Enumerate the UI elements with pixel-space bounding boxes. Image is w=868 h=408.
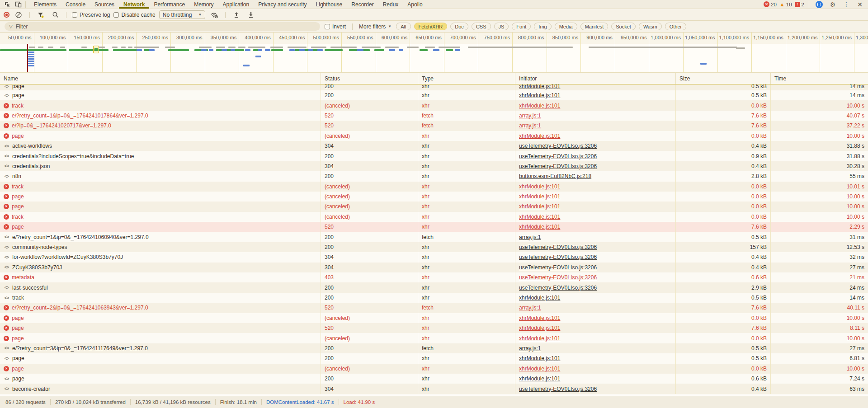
settings-gear-icon[interactable]: ⚙ (827, 0, 838, 9)
tab-apollo[interactable]: Apollo (403, 0, 427, 9)
filter-chip-other[interactable]: Other (665, 23, 687, 30)
initiator-link[interactable]: xhrModule.js:101 (519, 203, 560, 210)
initiator-link[interactable]: xhrModule.js:101 (519, 84, 560, 89)
network-overview-pane[interactable] (0, 44, 868, 73)
filter-chip-js[interactable]: JS (494, 23, 509, 30)
request-name-cell[interactable]: <>page (0, 90, 321, 100)
initiator-link[interactable]: useTelemetry-EOV0LIso.js:3206 (519, 264, 597, 271)
request-name-cell[interactable]: ✕page (0, 313, 321, 323)
filter-chip-img[interactable]: Img (534, 23, 551, 30)
tab-recorder[interactable]: Recorder (347, 0, 378, 9)
network-request-row[interactable]: ✕page(canceled)xhrxhrModule.js:1010.0 kB… (0, 202, 868, 211)
initiator-link[interactable]: buttons.esm-Euf82NbC.js:218 (519, 173, 591, 179)
request-name-cell[interactable]: ✕e/?ip=0&_=1764241020717&ver=1.297.0 (0, 121, 321, 131)
initiator-link[interactable]: xhrModule.js:101 (519, 325, 560, 331)
extension-icon[interactable] (814, 0, 825, 9)
network-request-row[interactable]: ✕track(canceled)xhrxhrModule.js:1010.0 k… (0, 212, 868, 222)
network-request-row[interactable]: ✕track(canceled)xhrxhrModule.js:1010.0 k… (0, 182, 868, 192)
initiator-link[interactable]: useTelemetry-EOV0LIso.js:3206 (519, 254, 597, 260)
network-request-row[interactable]: <>community-node-types200xhruseTelemetry… (0, 242, 868, 252)
network-request-row[interactable]: <>e/?retry_count=3&ip=0&_=1764241117649&… (0, 343, 868, 353)
network-request-row[interactable]: ✕metadata403xhruseTelemetry-EOV0LIso.js:… (0, 272, 868, 282)
initiator-link[interactable]: useTelemetry-EOV0LIso.js:3206 (519, 163, 597, 169)
filter-chip-manifest[interactable]: Manifest (580, 23, 609, 30)
request-name-cell[interactable]: ✕page (0, 364, 321, 374)
request-name-cell[interactable]: <>last-successful (0, 282, 321, 292)
network-request-row[interactable]: <>page200xhrxhrModule.js:1010.5 kB14 ms (0, 84, 868, 90)
filter-funnel-icon[interactable] (35, 9, 46, 20)
column-header-name[interactable]: Name (0, 73, 321, 84)
filter-chip-all[interactable]: All (396, 23, 410, 30)
filter-chip-css[interactable]: CSS (472, 23, 491, 30)
initiator-link[interactable]: array.js:1 (519, 345, 541, 352)
request-name-cell[interactable]: <>credentials?includeScopes=true&include… (0, 151, 321, 161)
network-request-row[interactable]: <>active-workflows304xhruseTelemetry-EOV… (0, 141, 868, 151)
filter-chip-doc[interactable]: Doc (450, 23, 468, 30)
network-request-row[interactable]: <>page200xhrxhrModule.js:1010.6 kB7.24 s (0, 374, 868, 384)
column-header-size[interactable]: Size (676, 73, 771, 84)
request-name-cell[interactable]: <>page (0, 374, 321, 384)
console-errors-badge[interactable]: ✕ 20 (764, 1, 777, 7)
request-name-cell[interactable]: ✕page (0, 222, 321, 232)
network-request-row[interactable]: ✕e/?retry_count=1&ip=0&_=1764241017864&v… (0, 111, 868, 121)
filter-chip-fetch-xhr[interactable]: Fetch/XHR (414, 23, 448, 30)
initiator-link[interactable]: xhrModule.js:101 (519, 193, 560, 200)
initiator-link[interactable]: xhrModule.js:101 (519, 355, 560, 361)
device-toolbar-icon[interactable] (13, 0, 24, 9)
request-name-cell[interactable]: ✕metadata (0, 272, 321, 282)
initiator-link[interactable]: array.js:1 (519, 234, 541, 240)
network-request-row[interactable]: <>credentials?includeScopes=true&include… (0, 151, 868, 161)
tab-application[interactable]: Application (218, 0, 254, 9)
network-request-row[interactable]: ✕page520xhrxhrModule.js:1017.6 kB2.29 s (0, 222, 868, 232)
request-name-cell[interactable]: <>n8n (0, 171, 321, 181)
request-name-cell[interactable]: <>ZCuyK380S3b7y70J (0, 263, 321, 272)
kebab-menu-icon[interactable]: ⋮ (841, 0, 852, 9)
request-name-cell[interactable]: <>e/?retry_count=1&ip=0&_=1764241060940&… (0, 232, 321, 242)
request-name-cell[interactable]: <>track (0, 293, 321, 303)
network-request-row[interactable]: <>page200xhrxhrModule.js:1010.5 kB14 ms (0, 90, 868, 100)
filter-chip-font[interactable]: Font (512, 23, 531, 30)
initiator-link[interactable]: useTelemetry-EOV0LIso.js:3206 (519, 386, 597, 392)
request-name-cell[interactable]: <>community-node-types (0, 242, 321, 252)
initiator-link[interactable]: useTelemetry-EOV0LIso.js:3206 (519, 285, 597, 291)
console-warnings-badge[interactable]: ▲ 10 (779, 2, 792, 7)
request-name-cell[interactable]: <>credentials.json (0, 161, 321, 171)
initiator-link[interactable]: xhrModule.js:101 (519, 103, 560, 109)
network-conditions-icon[interactable] (209, 9, 220, 20)
tab-privacy-and-security[interactable]: Privacy and security (254, 0, 311, 9)
initiator-link[interactable]: xhrModule.js:101 (519, 295, 560, 301)
network-request-row[interactable]: ✕e/?retry_count=2&ip=0&_=1764241063943&v… (0, 303, 868, 313)
request-name-cell[interactable]: ✕e/?retry_count=1&ip=0&_=1764241017864&v… (0, 111, 321, 121)
request-name-cell[interactable]: ✕track (0, 100, 321, 110)
request-name-cell[interactable]: ✕track (0, 212, 321, 222)
network-request-row[interactable]: ✕page(canceled)xhrxhrModule.js:1010.0 kB… (0, 333, 868, 343)
record-network-log-button[interactable] (4, 12, 9, 18)
column-header-type[interactable]: Type (418, 73, 515, 84)
initiator-link[interactable]: xhrModule.js:101 (519, 183, 560, 190)
request-name-cell[interactable]: <>page (0, 353, 321, 363)
initiator-link[interactable]: xhrModule.js:101 (519, 214, 560, 220)
search-icon[interactable] (50, 9, 61, 20)
network-request-row[interactable]: <>ZCuyK380S3b7y70J304xhruseTelemetry-EOV… (0, 263, 868, 272)
filter-chip-socket[interactable]: Socket (611, 23, 636, 30)
request-name-cell[interactable]: <>active-workflows (0, 141, 321, 151)
initiator-link[interactable]: xhrModule.js:101 (519, 335, 560, 342)
network-request-row[interactable]: <>last-successful200xhruseTelemetry-EOV0… (0, 282, 868, 292)
initiator-link[interactable]: xhrModule.js:101 (519, 315, 560, 321)
close-devtools-icon[interactable]: ✕ (854, 0, 865, 9)
request-name-cell[interactable]: ✕track (0, 182, 321, 192)
initiator-link[interactable]: useTelemetry-EOV0LIso.js:3206 (519, 244, 597, 250)
request-name-cell[interactable]: <>page (0, 84, 321, 90)
network-request-row[interactable]: ✕page520xhrxhrModule.js:1017.6 kB8.11 s (0, 323, 868, 333)
request-name-cell[interactable]: ✕page (0, 131, 321, 141)
filter-chip-media[interactable]: Media (555, 23, 577, 30)
network-request-row[interactable]: <>page200xhrxhrModule.js:1010.5 kB6.81 s (0, 353, 868, 363)
request-name-cell[interactable]: ✕page (0, 333, 321, 343)
preserve-log-checkbox[interactable]: Preserve log (72, 12, 110, 18)
tab-redux[interactable]: Redux (378, 0, 403, 9)
throttling-select[interactable]: No throttling ▼ (159, 10, 206, 19)
inspect-element-icon[interactable] (2, 0, 13, 9)
import-har-icon[interactable] (231, 9, 242, 20)
tab-performance[interactable]: Performance (149, 0, 189, 9)
more-filters-button[interactable]: More filters ▼ (359, 23, 392, 30)
